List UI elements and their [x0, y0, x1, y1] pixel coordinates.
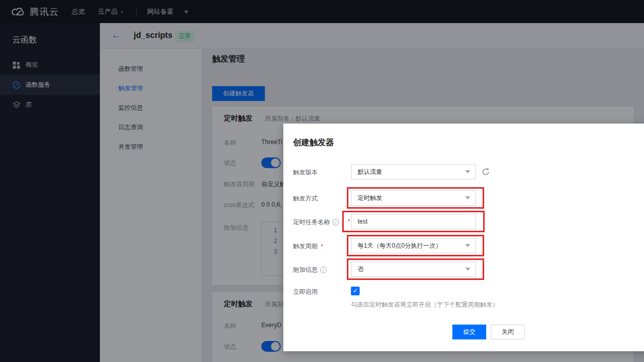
chevron-down-icon	[465, 244, 470, 247]
method-label: 触发方式	[293, 194, 318, 203]
taskname-label: 定时任务名称i	[293, 218, 339, 227]
info-icon: i	[333, 219, 339, 226]
info-icon: i	[320, 267, 327, 273]
version-label: 触发版本	[293, 168, 318, 177]
extra-label: 附加信息i	[293, 266, 327, 274]
extra-select[interactable]: 否	[351, 262, 476, 277]
version-select[interactable]: 默认流量	[351, 164, 476, 179]
app-window: 腾讯云 总览 云产品∨ 网站备案 + 云函数 概览 函数服务 层	[0, 0, 644, 362]
close-button[interactable]: 关闭	[491, 325, 525, 339]
cycle-select[interactable]: 每1天（每天0点0分执行一次）	[351, 238, 476, 253]
refresh-icon[interactable]	[481, 167, 490, 176]
required-star: *	[348, 218, 350, 225]
chevron-down-icon	[465, 196, 470, 199]
cycle-label: 触发周期*	[293, 242, 323, 251]
submit-button[interactable]: 提交	[452, 325, 486, 339]
required-star: *	[321, 243, 323, 250]
chevron-down-icon	[465, 170, 470, 173]
method-select[interactable]: 定时触发	[351, 190, 476, 206]
enable-label: 立即启用	[293, 288, 318, 296]
create-trigger-dialog: 创建触发器 触发版本 默认流量 触发方式 定时触发 定时任务名称i * test…	[283, 124, 644, 351]
chevron-down-icon	[465, 268, 470, 271]
enable-checkbox[interactable]: ✓	[351, 287, 360, 295]
dialog-title: 创建触发器	[293, 137, 334, 148]
taskname-input[interactable]: test	[351, 214, 476, 229]
enable-hint: 勾选后定时触发器将立即开启（于下个配置周期触发）	[351, 300, 498, 309]
